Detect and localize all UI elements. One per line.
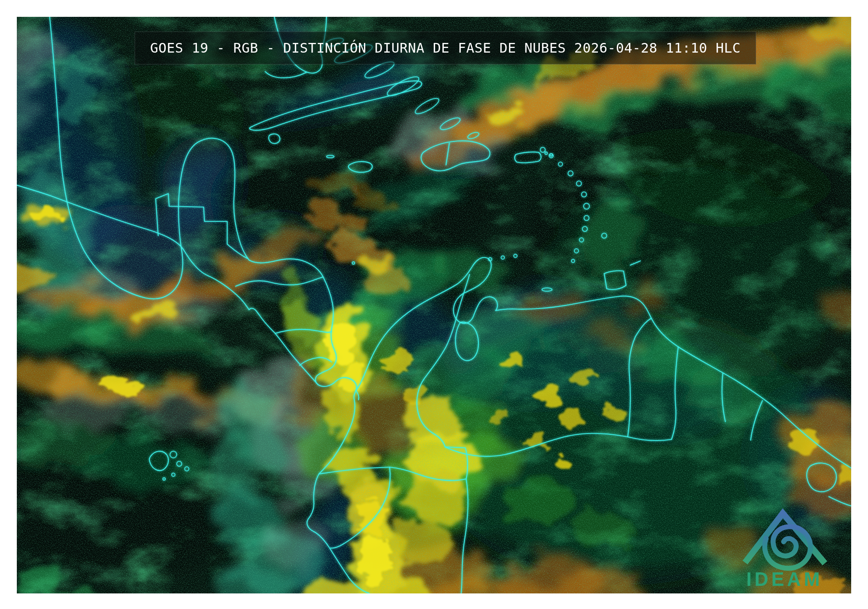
cloud-blob	[558, 412, 587, 430]
cloud-blob	[36, 210, 61, 223]
cloud-blob	[339, 360, 364, 394]
cloud-blob	[524, 435, 544, 449]
cloud-blob	[576, 372, 594, 385]
cloud-blob	[534, 387, 560, 404]
ideam-wordmark: IDEAM	[746, 569, 823, 590]
cloud-blob	[551, 455, 576, 471]
mountain-spiral-icon	[747, 513, 823, 569]
cloud-blob	[326, 321, 356, 361]
cloud-blob	[383, 354, 408, 370]
cloud-blob	[490, 410, 511, 423]
screenshot-frame: GOES 19 - RGB - DISTINCIÓN DIURNA DE FAS…	[0, 0, 868, 609]
ideam-logo: IDEAM	[737, 497, 832, 593]
title-bar: GOES 19 - RGB - DISTINCIÓN DIURNA DE FAS…	[135, 32, 756, 64]
satellite-image	[17, 17, 851, 593]
cloud-blob	[97, 377, 143, 396]
map-title: GOES 19 - RGB - DISTINCIÓN DIURNA DE FAS…	[150, 40, 741, 56]
cloud-blob	[603, 405, 626, 420]
cloud-blob	[357, 495, 385, 536]
cloud-blob	[502, 354, 524, 370]
speckle-texture	[17, 17, 851, 593]
cloud-blob	[358, 539, 392, 585]
satellite-map: GOES 19 - RGB - DISTINCIÓN DIURNA DE FAS…	[17, 17, 851, 593]
